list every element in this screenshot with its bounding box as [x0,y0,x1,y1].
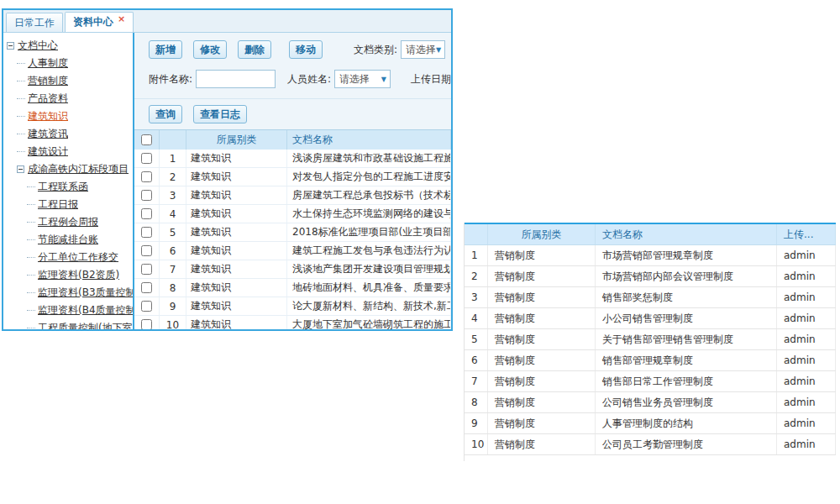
tree-item[interactable]: 文档中心 [7,37,133,55]
tree-connector [27,186,35,187]
row-checkbox[interactable] [141,227,152,238]
row-checkbox[interactable] [141,319,152,330]
table-row[interactable]: 3 建筑知识 房屋建筑工程总承包投标书（技术标）... [134,186,451,205]
row-checkbox[interactable] [141,153,152,164]
table-row[interactable]: 1 营销制度 市场营销部管理规章制度 admin [465,245,836,266]
document-center-window: 日常工作 资料中心 × 文档中心 人事制度 营销制度 [2,8,453,331]
row-doc-name: 销售部管理规章制度 [596,350,777,370]
tree-item[interactable]: 工程例会周报 [7,213,133,231]
table-row[interactable]: 3 营销制度 销售部奖惩制度 admin [465,287,836,308]
table-row[interactable]: 9 建筑知识 论大厦新材料、新结构、新技术,新工艺... [134,297,451,316]
tree-item[interactable]: 建筑知识 [7,108,133,125]
select-all-checkbox[interactable] [141,134,152,145]
tree-item[interactable]: 营销制度 [7,72,133,90]
query-bar: 查询 查看日志 [134,98,451,129]
tree-item-label: 成渝高铁内江标段项目 [28,162,129,176]
tree-item[interactable]: 产品资料 [7,90,133,108]
tree-item[interactable]: 分工单位工作移交 [7,249,133,266]
row-doc-name: 销售部日常工作管理制度 [596,371,777,391]
table-row[interactable]: 5 营销制度 关于销售部管理销售管理制度 admin [465,329,836,350]
row-doc-name: 市场营销部内部会议管理制度 [596,266,777,286]
row-category: 建筑知识 [186,150,287,167]
row-uploader: admin [777,266,836,286]
tree-item[interactable]: 工程联系函 [7,178,133,196]
table-row[interactable]: 4 建筑知识 水土保持生态环境监测网络的建设与资... [134,205,451,223]
query-button[interactable]: 查询 [149,105,182,123]
row-number: 6 [465,350,488,370]
tree-item-label: 营销制度 [28,74,68,88]
tree-item[interactable]: 工程日报 [7,196,133,213]
add-button[interactable]: 新增 [149,40,182,59]
tree-item[interactable]: 建筑资讯 [7,125,133,143]
tree-connector [27,257,35,258]
table-row[interactable]: 1 建筑知识 浅谈房屋建筑和市政基础设施工程施工... [134,150,451,168]
row-uploader: admin [777,245,836,265]
tab-data-center[interactable]: 资料中心 × [65,12,134,32]
tree-item-label: 建筑资讯 [28,127,68,141]
category-column-header: 所属别类 [488,224,596,244]
toolbar-row: 新增 修改 删除 移动 文档类别: 请选择 ▼ 文档 [149,39,451,60]
tree-connector [17,151,25,152]
table-row[interactable]: 8 建筑知识 地砖地面材料、机具准备、质量要求及... [134,279,451,297]
table-row[interactable]: 4 营销制度 小公司销售管理制度 admin [465,308,836,329]
table-row[interactable]: 5 建筑知识 2018标准化监理项目部(业主项目部)人员... [134,223,451,242]
row-number: 7 [160,260,186,278]
row-doc-name: 水土保持生态环境监测网络的建设与资... [287,205,451,223]
delete-button[interactable]: 删除 [238,40,271,59]
tab-daily-work[interactable]: 日常工作 [6,13,63,32]
table-row[interactable]: 10 营销制度 公司员工考勤管理制度 admin [465,434,836,455]
tree-item[interactable]: 监理资料(B2资质) [7,266,133,284]
table-row[interactable]: 6 营销制度 销售部管理规章制度 admin [465,350,836,371]
tree-connector [17,134,25,134]
row-checkbox[interactable] [141,282,152,293]
tree-item[interactable]: 工程质量控制(地下室) [7,319,133,329]
attachment-name-label: 附件名称: [149,72,192,87]
row-doc-name: 浅谈地产集团开发建设项目管理规划编... [287,260,451,278]
table-row[interactable]: 9 营销制度 人事管理制度的结构 admin [465,413,836,434]
tree-item[interactable]: 成渝高铁内江标段项目 [7,160,133,178]
upload-date-label: 上传日期 [411,72,451,87]
table-row[interactable]: 2 营销制度 市场营销部内部会议管理制度 admin [465,266,836,287]
person-name-select[interactable]: 请选择 ▼ [334,70,391,88]
chevron-down-icon: ▼ [436,46,441,54]
select-value: 请选择 [406,43,436,57]
tree-item-label: 节能减排台账 [38,233,98,247]
close-icon[interactable]: × [118,13,125,24]
table-row[interactable]: 7 建筑知识 浅谈地产集团开发建设项目管理规划编... [134,260,451,279]
doc-name-column-header: 文档名称 [596,224,777,244]
row-checkbox[interactable] [141,245,152,256]
tree-item[interactable]: 节能减排台账 [7,231,133,249]
table-row[interactable]: 8 营销制度 公司销售业务员管理制度 admin [465,392,836,413]
table-row[interactable]: 10 建筑知识 大厦地下室加气砼墙砌筑工程的施工方... [134,316,451,331]
row-uploader: admin [777,392,836,412]
row-number: 7 [465,371,488,391]
modify-button[interactable]: 修改 [193,40,227,59]
tree-item[interactable]: 监理资料(B3质量控制) [7,284,133,302]
uploader-column-header: 上传... [777,224,836,244]
tree-item[interactable]: 监理资料(B4质量控制) [7,302,133,319]
row-category: 营销制度 [488,350,596,370]
row-checkbox[interactable] [141,171,152,182]
move-button[interactable]: 移动 [289,40,323,59]
document-table: 所属别类 文档名称 1 建筑知识 浅谈房屋建筑和市政基础设施工程施工... 2 … [134,129,451,329]
table-row[interactable]: 7 营销制度 销售部日常工作管理制度 admin [465,371,836,392]
row-checkbox[interactable] [141,264,152,275]
row-category: 建筑知识 [186,279,287,297]
tree-connector [27,328,35,328]
row-checkbox[interactable] [141,190,152,201]
collapse-icon[interactable] [7,42,14,50]
tree-item[interactable]: 建筑设计 [7,143,133,160]
doc-category-select[interactable]: 请选择 ▼ [401,40,445,59]
table-row[interactable]: 6 建筑知识 建筑工程施工发包与承包违法行为认定... [134,242,451,260]
row-checkbox[interactable] [141,208,152,219]
view-log-button[interactable]: 查看日志 [193,105,247,123]
collapse-icon[interactable] [17,165,24,173]
row-doc-name: 2018标准化监理项目部(业主项目部)人员... [287,223,451,241]
table-row[interactable]: 2 建筑知识 对发包人指定分包的工程施工进度安排... [134,168,451,186]
row-checkbox[interactable] [141,301,152,312]
row-number: 8 [465,392,488,412]
attachment-name-input[interactable] [196,70,276,88]
tree-item[interactable]: 人事制度 [7,55,133,72]
row-doc-name: 关于销售部管理销售管理制度 [596,329,777,349]
tree-connector [17,63,25,64]
